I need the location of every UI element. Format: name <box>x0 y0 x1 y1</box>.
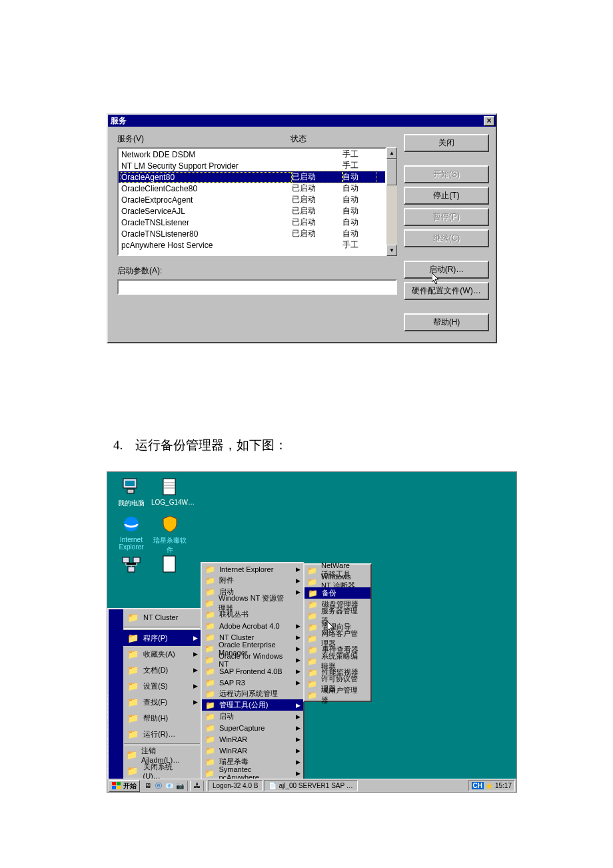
close-button[interactable]: 关闭 <box>404 134 489 152</box>
svg-rect-2 <box>127 489 134 493</box>
menu-item[interactable]: 📁Windows NT 资源管理器 <box>202 597 303 609</box>
menu-item[interactable]: 📁注销 Ajladm(L)… <box>123 747 201 763</box>
menu-item[interactable]: 📁收藏夹(A)▶ <box>123 646 201 662</box>
folder-icon: 📁 <box>205 655 215 665</box>
desktop-icon-mycomputer[interactable]: 我的电脑 <box>113 476 150 508</box>
table-row[interactable]: OracleTNSListener80已启动自动 <box>119 228 385 239</box>
folder-icon: 📁 <box>126 663 139 677</box>
menu-item[interactable]: 📁域用户管理器 <box>305 689 370 701</box>
desktop-icon-ie[interactable]: Internet Explorer <box>113 513 150 551</box>
ql-ie-icon[interactable]: ⓔ <box>153 781 163 791</box>
ime-indicator[interactable]: CH <box>472 782 484 789</box>
menu-item[interactable]: 📁Adobe Acrobat 4.0▶ <box>202 620 303 631</box>
svg-rect-1 <box>125 481 135 486</box>
tray-sound-icon[interactable]: ◉ <box>486 782 492 789</box>
menu-item[interactable]: 📁Oracle for Windows NT▶ <box>202 654 303 665</box>
table-row[interactable]: pcAnywhere Host Service手工 <box>119 239 385 251</box>
menu-item[interactable]: 📁SuperCapture▶ <box>202 722 303 733</box>
menu-item[interactable]: 📁运行(R)… <box>123 726 201 742</box>
programs-submenu: 📁Internet Explorer▶📁附件▶📁启动▶📁Windows NT 资… <box>201 562 305 780</box>
menu-item[interactable]: 📁关闭系统(U)… <box>123 763 201 779</box>
menu-item[interactable]: 📁文档(D)▶ <box>123 662 201 678</box>
desktop-icon-doc[interactable] <box>151 553 189 576</box>
menu-item[interactable]: 📁远程访问系统管理 <box>202 688 303 699</box>
desktop-icon-network[interactable] <box>113 553 150 576</box>
menu-item[interactable]: 📁Windows NT 诊断器 <box>305 576 370 587</box>
scroll-up-icon[interactable]: ▲ <box>386 147 397 159</box>
menu-item[interactable]: 📁WinRAR▶ <box>202 733 303 745</box>
menu-item[interactable]: 📁Symantec pcAnywhere▶ <box>202 767 303 779</box>
help-button[interactable]: 帮助(H) <box>404 313 489 331</box>
startup-params-label: 启动参数(A): <box>117 265 397 277</box>
scroll-thumb[interactable] <box>386 159 397 185</box>
titlebar[interactable]: 服务 × <box>108 115 496 127</box>
menu-item[interactable]: 📁查找(F)▶ <box>123 694 201 710</box>
ql-capture-icon[interactable]: 📷 <box>175 781 185 791</box>
menu-item[interactable]: 📁SAP Frontend 4.0B▶ <box>202 665 303 677</box>
folder-icon: 📁 <box>126 764 139 777</box>
startup-params-input[interactable] <box>117 279 397 295</box>
table-row[interactable]: Network DDE DSDM手工 <box>119 149 385 160</box>
step-text: 4. 运行备份管理器，如下图： <box>113 437 506 454</box>
menu-item[interactable]: 📁附件▶ <box>202 575 303 586</box>
table-row[interactable]: OracleExtprocAgent已启动自动 <box>119 194 385 205</box>
taskbar: 开始 🖥 ⓔ 📧 📷 🖧 Logon-32 4.0 B 📄ajl_00 SERV… <box>107 779 516 792</box>
folder-icon: 📁 <box>205 575 215 586</box>
table-row[interactable]: OracleTNSListener已启动自动 <box>119 217 385 228</box>
folder-icon: 📁 <box>205 711 215 722</box>
pause-button[interactable]: 暂停(P) <box>404 208 489 226</box>
table-row[interactable]: OracleAgent80已启动自动 <box>119 171 385 183</box>
svg-rect-8 <box>163 556 175 572</box>
hwprofile-button[interactable]: 硬件配置文件(W)… <box>404 282 489 300</box>
scroll-down-icon[interactable]: ▼ <box>386 245 397 256</box>
menu-item[interactable]: 📁SAP R3▶ <box>202 677 303 688</box>
table-row[interactable]: NT LM Security Support Provider手工 <box>119 160 385 171</box>
menu-item[interactable]: 📁设置(S)▶ <box>123 678 201 694</box>
services-list[interactable]: Network DDE DSDM手工NT LM Security Support… <box>117 147 386 256</box>
desktop-icon-antivirus[interactable]: 瑞星杀毒软件 <box>151 513 189 555</box>
menu-item[interactable]: 📁Internet Explorer▶ <box>202 563 303 575</box>
menu-item[interactable]: 📁帮助(H) <box>123 710 201 726</box>
menu-item[interactable]: 📁程序(P)▶ <box>123 630 201 646</box>
menu-item[interactable]: 📁WinRAR▶ <box>202 745 303 756</box>
boot-button[interactable]: 启动(R)… <box>404 261 489 279</box>
menu-item[interactable]: 📁备份 <box>305 587 370 599</box>
ql-desktop-icon[interactable]: 🖥 <box>143 781 153 791</box>
menu-item[interactable]: 📁系统策略编辑器 <box>305 655 370 667</box>
menu-item[interactable]: 📁管理工具(公用)▶ <box>202 699 303 711</box>
ql-outlook-icon[interactable]: 📧 <box>164 781 174 791</box>
folder-icon: 📁 <box>205 598 215 609</box>
col-service: 服务(V) <box>117 133 291 145</box>
chevron-right-icon: ▶ <box>296 770 301 777</box>
clock[interactable]: 15:17 <box>495 782 512 789</box>
folder-icon: 📁 <box>126 695 139 709</box>
folder-icon: 📁 <box>307 611 317 621</box>
menu-item[interactable]: 📁服务器管理器 <box>305 610 370 621</box>
taskbar-task[interactable]: Logon-32 4.0 B <box>208 780 263 791</box>
chevron-right-icon: ▶ <box>296 645 301 652</box>
scrollbar[interactable]: ▲ ▼ <box>386 147 397 256</box>
folder-icon: 📁 <box>126 727 139 741</box>
ql-pcaw-icon[interactable]: 🖧 <box>192 782 202 789</box>
menu-item[interactable]: 📁NT Cluster <box>123 609 201 625</box>
table-row[interactable]: OracleServiceAJL已启动自动 <box>119 205 385 217</box>
folder-icon: 📁 <box>307 622 318 633</box>
close-icon[interactable]: × <box>484 116 494 126</box>
start-button[interactable]: 开始 <box>109 780 140 792</box>
chevron-right-icon: ▶ <box>296 577 301 584</box>
svg-rect-9 <box>112 782 116 785</box>
folder-icon: 📁 <box>205 689 215 699</box>
taskbar-task[interactable]: 📄ajl_00 SERVER1 SAP … <box>264 780 357 791</box>
start-button[interactable]: 开始(S) <box>404 165 489 183</box>
folder-icon: 📁 <box>126 611 139 624</box>
folder-icon: 📁 <box>126 679 139 693</box>
menu-item[interactable]: 📁联机丛书 <box>202 609 303 620</box>
menu-item[interactable]: 📁网络客户管理器 <box>305 633 370 644</box>
menu-item[interactable]: 📁启动▶ <box>202 711 303 722</box>
folder-icon: 📁 <box>126 748 137 761</box>
stop-button[interactable]: 停止(T) <box>404 187 489 205</box>
resume-button[interactable]: 继续(C) <box>404 229 489 247</box>
desktop-icon-log[interactable]: LOG_G14W… <box>151 476 189 506</box>
table-row[interactable]: OracleClientCache80已启动自动 <box>119 183 385 194</box>
desktop-screenshot: 我的电脑 LOG_G14W… Internet Explorer 瑞星杀毒软件 … <box>107 471 517 793</box>
